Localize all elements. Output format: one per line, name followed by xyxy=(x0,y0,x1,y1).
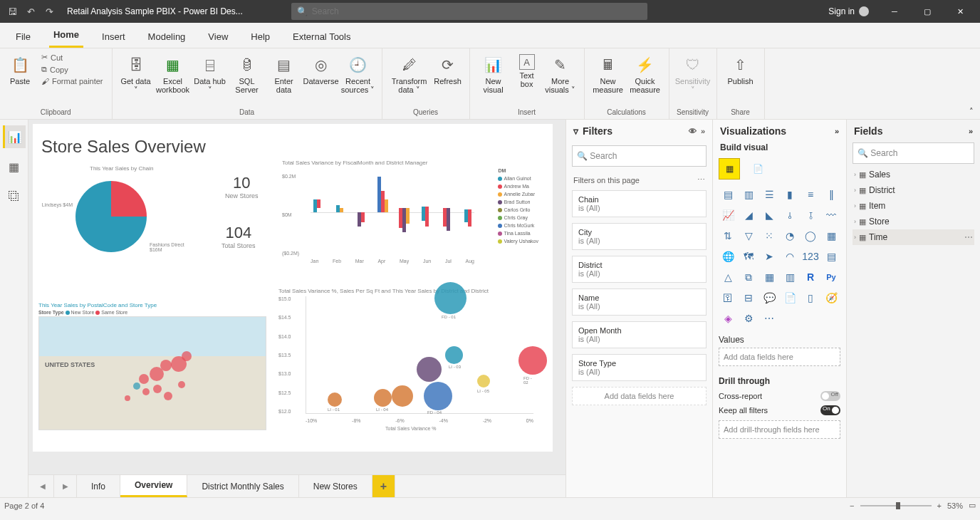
model-view-button[interactable]: ⿻ xyxy=(3,185,26,208)
filter-name[interactable]: Nameis (All) xyxy=(572,288,707,316)
viz-map[interactable]: 🌐 xyxy=(719,247,737,266)
viz-stacked-column[interactable]: ▥ xyxy=(739,185,758,204)
viz-line[interactable]: 📈 xyxy=(719,206,737,224)
tab-insert[interactable]: Insert xyxy=(98,26,130,48)
collapse-fields-icon[interactable]: » xyxy=(969,127,973,135)
refresh-button[interactable]: ⟳Refresh xyxy=(432,51,464,85)
tab-view[interactable]: View xyxy=(204,26,232,48)
sensitivity-button[interactable]: 🛡Sensitivity˅ xyxy=(675,51,711,94)
report-canvas[interactable]: Store Sales Overview This Year Sales by … xyxy=(28,120,565,497)
viz-gauge[interactable]: ◠ xyxy=(781,247,799,266)
page-next-button[interactable]: ▶ xyxy=(54,475,77,497)
viz-stacked-bar[interactable]: ▤ xyxy=(719,185,737,204)
new-visual-button[interactable]: 📊New visual xyxy=(476,51,511,94)
table-sales[interactable]: ›▦Sales xyxy=(853,167,974,182)
zoom-out-button[interactable]: − xyxy=(850,501,854,510)
viz-line-clustered[interactable]: ⫱ xyxy=(801,206,820,224)
viz-narrative[interactable]: 📄 xyxy=(781,288,799,307)
viz-py[interactable]: Py xyxy=(822,268,840,286)
viz-powerapps[interactable]: ◈ xyxy=(719,309,737,328)
page-tab-district[interactable]: District Monthly Sales xyxy=(187,475,298,497)
quick-measure-button[interactable]: ⚡Quick measure xyxy=(627,51,663,94)
viz-table[interactable]: ▦ xyxy=(760,268,778,286)
tab-file[interactable]: File xyxy=(11,26,35,48)
viz-r[interactable]: R xyxy=(801,268,820,286)
viz-waterfall[interactable]: ⇅ xyxy=(719,227,737,245)
collapse-ribbon-button[interactable]: ˄ xyxy=(963,48,980,119)
redo-icon[interactable]: ↷ xyxy=(43,5,56,18)
global-search-input[interactable] xyxy=(312,6,642,16)
viz-100-column[interactable]: ‖ xyxy=(822,185,840,204)
transform-data-button[interactable]: 🖉Transform data ˅ xyxy=(388,51,431,94)
excel-workbook-button[interactable]: ▦Excel workbook xyxy=(155,51,191,94)
viz-area[interactable]: ◢ xyxy=(739,206,758,224)
filters-add-well[interactable]: Add data fields here xyxy=(572,387,707,405)
kpi-total-stores[interactable]: 104 Total Stores xyxy=(221,224,256,249)
filter-city[interactable]: Cityis (All) xyxy=(572,223,707,250)
save-icon[interactable]: 🖫 xyxy=(6,5,19,18)
tab-modeling[interactable]: Modeling xyxy=(144,26,190,48)
zoom-in-button[interactable]: + xyxy=(937,501,942,510)
undo-icon[interactable]: ↶ xyxy=(24,5,37,18)
viz-paginated[interactable]: ▯ xyxy=(801,288,820,307)
viz-filled-map[interactable]: 🗺 xyxy=(739,247,758,266)
viz-clustered-column[interactable]: ▮ xyxy=(781,185,799,204)
zoom-slider[interactable] xyxy=(860,505,932,506)
scatter-chart[interactable]: Total Sales Variance %, Sales Per Sq Ft … xyxy=(278,288,542,430)
new-measure-button[interactable]: 🖩New measure xyxy=(590,51,626,94)
fit-page-icon[interactable]: ▭ xyxy=(969,501,976,510)
paste-button[interactable]: Paste xyxy=(10,77,30,85)
map-visual[interactable]: This Year Sales by PostalCode and Store … xyxy=(38,302,266,430)
viz-automate[interactable]: ⚙ xyxy=(739,309,758,328)
viz-line-column[interactable]: ⫰ xyxy=(781,206,799,224)
sql-server-button[interactable]: 🛢SQL Server xyxy=(229,51,265,94)
data-hub-button[interactable]: ⌸Data hub ˅ xyxy=(192,51,228,94)
cross-report-toggle[interactable]: Off xyxy=(820,391,840,401)
tab-home[interactable]: Home xyxy=(49,24,83,48)
add-page-button[interactable]: + xyxy=(372,475,395,497)
minimize-button[interactable]: ─ xyxy=(880,0,909,23)
global-search[interactable]: 🔍 xyxy=(291,3,647,20)
viz-stacked-area[interactable]: ◣ xyxy=(760,206,778,224)
cut-button[interactable]: ✂Cut xyxy=(38,51,106,63)
viz-azure-map[interactable]: ➤ xyxy=(760,247,778,266)
page-tab-new-stores[interactable]: New Stores xyxy=(299,475,372,497)
more-icon[interactable]: ⋯ xyxy=(964,232,973,242)
more-icon[interactable]: ⋯ xyxy=(697,175,705,184)
data-view-button[interactable]: ▦ xyxy=(3,155,26,178)
table-store[interactable]: ›▦Store xyxy=(853,214,974,229)
more-visuals-button[interactable]: ✎More visuals ˅ xyxy=(543,51,578,94)
dataverse-button[interactable]: ◎Dataverse xyxy=(303,51,339,85)
build-visual-tab[interactable]: ▦ xyxy=(719,158,740,180)
filter-chain[interactable]: Chainis (All) xyxy=(572,190,707,217)
sign-in-button[interactable]: Sign in xyxy=(828,6,869,16)
viz-treemap[interactable]: ▦ xyxy=(822,227,840,245)
filter-store-type[interactable]: Store Typeis (All) xyxy=(572,354,707,381)
values-well[interactable]: Add data fields here xyxy=(719,348,840,366)
filter-district[interactable]: Districtis (All) xyxy=(572,256,707,283)
viz-clustered-bar[interactable]: ☰ xyxy=(760,185,778,204)
viz-arcgis[interactable]: 🧭 xyxy=(822,288,840,307)
pie-chart[interactable]: Lindseys $4M Fashions Direct $16M xyxy=(75,181,147,252)
keep-filters-toggle[interactable]: On xyxy=(820,405,840,415)
viz-slicer[interactable]: ⧉ xyxy=(739,268,758,286)
publish-button[interactable]: ⇧Publish xyxy=(723,51,759,85)
kpi-new-stores[interactable]: 10 New Stores xyxy=(225,174,259,199)
viz-card[interactable]: 123 xyxy=(801,247,820,266)
maximize-button[interactable]: ▢ xyxy=(913,0,942,23)
close-button[interactable]: ✕ xyxy=(946,0,974,23)
viz-ribbon[interactable]: 〰 xyxy=(822,206,840,224)
page-tab-overview[interactable]: Overview xyxy=(120,475,187,497)
viz-100-bar[interactable]: ≡ xyxy=(801,185,820,204)
viz-pie[interactable]: ◔ xyxy=(781,227,799,245)
tab-help[interactable]: Help xyxy=(246,26,274,48)
viz-more[interactable]: ⋯ xyxy=(760,309,778,328)
recent-sources-button[interactable]: 🕘Recent sources ˅ xyxy=(340,51,376,94)
viz-donut[interactable]: ◯ xyxy=(801,227,820,245)
viz-funnel[interactable]: ▽ xyxy=(739,227,758,245)
tab-external-tools[interactable]: External Tools xyxy=(288,26,355,48)
get-data-button[interactable]: 🗄Get data ˅ xyxy=(118,51,154,94)
enter-data-button[interactable]: ▤Enter data xyxy=(266,51,302,94)
table-time[interactable]: ›▦Time⋯ xyxy=(853,229,974,245)
filter-open-month[interactable]: Open Monthis (All) xyxy=(572,321,707,348)
